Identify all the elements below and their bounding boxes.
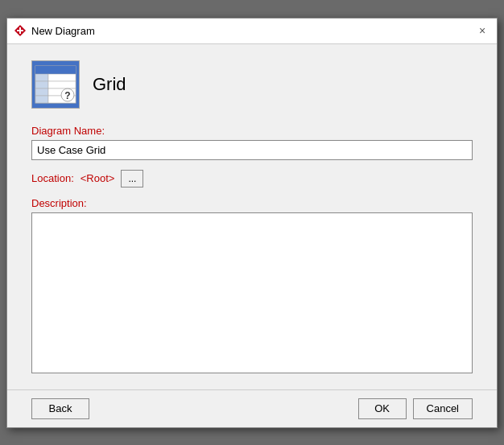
svg-rect-5 (48, 66, 76, 74)
diagram-type-icon: ? (31, 60, 80, 109)
diagram-header: ? Grid (31, 60, 473, 109)
back-button[interactable]: Back (31, 398, 89, 419)
svg-rect-2 (17, 30, 23, 31)
browse-button[interactable]: ... (121, 170, 143, 187)
svg-rect-8 (35, 81, 48, 89)
dialog-footer: Back OK Cancel (7, 389, 497, 427)
location-label: Location: (31, 172, 74, 184)
close-button[interactable]: × (474, 23, 490, 39)
diagram-name-input[interactable] (31, 140, 473, 160)
svg-text:?: ? (64, 90, 70, 101)
description-textarea[interactable] (31, 212, 473, 373)
diagram-name-group: Diagram Name: (31, 125, 473, 160)
svg-rect-7 (48, 74, 76, 81)
ok-button[interactable]: OK (358, 398, 407, 419)
svg-rect-10 (35, 89, 48, 96)
cancel-button[interactable]: Cancel (413, 398, 473, 419)
location-row: Location: <Root> ... (31, 170, 473, 187)
svg-rect-12 (35, 96, 48, 103)
description-label: Description: (31, 197, 473, 209)
grid-svg-icon: ? (34, 64, 77, 105)
description-group: Description: (31, 197, 473, 373)
svg-rect-4 (35, 66, 48, 74)
footer-right: OK Cancel (358, 398, 473, 419)
dialog-body: ? Grid Diagram Name: Location: <Root> ..… (7, 44, 497, 389)
window-title: New Diagram (31, 25, 95, 37)
location-value: <Root> (81, 172, 115, 184)
title-bar-left: New Diagram (14, 24, 95, 37)
new-diagram-dialog: New Diagram × (6, 18, 498, 428)
svg-rect-9 (48, 81, 76, 89)
diagram-type-name: Grid (93, 74, 126, 95)
footer-left: Back (31, 398, 89, 419)
title-bar: New Diagram × (7, 19, 497, 44)
svg-rect-6 (35, 74, 48, 81)
diagram-name-label: Diagram Name: (31, 125, 473, 137)
app-icon (14, 24, 27, 37)
